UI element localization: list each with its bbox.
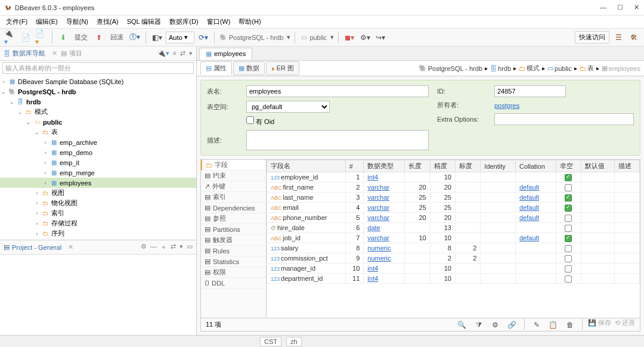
column-row[interactable]: 123department_id11int410 [267,274,640,284]
menu-file[interactable]: 文件(F) [2,16,31,27]
tx-log-button[interactable]: ◧▾ [150,31,163,44]
column-type-link[interactable]: int4 [367,174,378,181]
commit-mode-select[interactable]: Auto ▾ [166,32,194,44]
collapse-icon[interactable]: ≡ [173,49,177,57]
sidetab-statistics[interactable]: ▤Statistics [201,256,266,267]
copy-icon[interactable]: 📋 [547,318,560,331]
minimize-button[interactable]: — [600,4,606,11]
minus-icon[interactable]: — [150,243,157,252]
column-collation[interactable] [515,243,556,253]
schema-selector[interactable]: ▭public ▾ [299,33,334,42]
tree-node-hrdb[interactable]: ⌄🗄hrdb [0,97,196,107]
subtab-data[interactable]: ▦数据 [233,61,265,75]
column-notnull[interactable] [556,233,581,243]
menu-database[interactable]: 数据库(D) [166,16,202,27]
column-collation[interactable]: default [515,203,556,213]
tree-node-public[interactable]: ⌄▭public [0,117,196,127]
col-header-notnull[interactable]: 非空 [556,160,581,172]
column-row[interactable]: 123manager_id10int410 [267,264,640,274]
new-connection-button[interactable]: 🔌▾ [4,31,17,44]
tx-mode-button[interactable]: Ⓣ▾ [128,31,141,44]
column-row[interactable]: ABCphone_number5varchar2020default [267,213,640,223]
tree-node-indexes[interactable]: ›🗀索引 [0,208,196,218]
tree-node-table[interactable]: ›▦emp_it [0,157,196,168]
column-notnull[interactable] [556,264,581,274]
col-header-scale[interactable]: 标度 [455,160,480,172]
tree-node-table-selected[interactable]: ›▦employees [0,178,196,188]
tree-node-sample-db[interactable]: ›▦DBeaver Sample Database (SQLite) [0,76,196,86]
column-collation[interactable] [515,172,556,182]
column-row[interactable]: ABClast_name3varchar2525default [267,193,640,203]
link-icon[interactable]: 🔗 [506,318,519,331]
col-header-default[interactable]: 默认值 [581,160,614,172]
link-icon[interactable]: ⇄ [171,243,176,252]
column-collation[interactable]: default [515,233,556,243]
column-type-link[interactable]: int4 [367,275,378,282]
tree-node-table[interactable]: ›▦emp_demo [0,147,196,157]
col-header-name[interactable]: 字段名 [267,160,346,172]
config-icon[interactable]: ⚙ [489,318,502,331]
close-button[interactable]: ✕ [634,4,639,11]
filter-icon[interactable]: ⧩ [472,318,485,331]
sidetab-constraints[interactable]: ▤约束 [201,171,266,181]
column-row[interactable]: 123salary8numeric82 [267,243,640,253]
column-type-link[interactable]: varchar [367,194,389,201]
col-header-dtype[interactable]: 数据类型 [364,160,405,172]
column-type-link[interactable]: date [367,224,380,231]
col-header-identity[interactable]: Identity [481,160,516,172]
connection-selector[interactable]: 🐘PostgreSQL - hrdb ▾ [219,33,290,42]
tree-node-table[interactable]: ›▦emp_merge [0,168,196,178]
sidetab-indexes[interactable]: ▤索引 [201,192,266,203]
crumb-db[interactable]: 🗄hrdb [490,65,511,72]
subtab-properties[interactable]: ▤属性 [200,61,232,75]
more-button[interactable]: ↪▾ [374,31,387,44]
checkbox-has-oid[interactable]: 有 Oid [246,116,274,126]
column-type-link[interactable]: numeric [367,244,391,252]
column-notnull[interactable] [556,203,581,213]
tree-node-table[interactable]: ›▦emp_archive [0,137,196,147]
sidetab-references[interactable]: ▤参照 [201,213,266,224]
panel-menu-icon[interactable]: ▾ [179,243,183,252]
sidetab-dependencies[interactable]: ▤Dependencies [201,203,266,213]
col-header-desc[interactable]: 描述 [614,160,639,172]
input-extra-options[interactable] [494,113,634,125]
column-type-link[interactable]: varchar [367,184,389,191]
minimize-panel-icon[interactable]: ▭ [187,243,193,252]
tree-node-schemas[interactable]: ⌄🗀模式 [0,107,196,117]
sidetab-columns[interactable]: 🗀字段 [201,160,266,171]
sidetab-foreign-keys[interactable]: ↗外键 [201,181,266,192]
quick-access-input[interactable]: 快速访问 [575,31,609,44]
refresh-button[interactable]: ⟳▾ [197,31,210,44]
column-notnull[interactable] [556,172,581,182]
column-type-link[interactable]: varchar [367,234,389,241]
column-row[interactable]: ABCjob_id7varchar1010default [267,233,640,243]
column-collation[interactable] [515,223,556,233]
column-row[interactable]: 123employee_id1int410 [267,172,640,182]
search-icon[interactable]: 🔍 [456,318,469,331]
edit-icon[interactable]: ✎ [530,318,543,331]
column-row[interactable]: ABCemail4varchar2525default [267,203,640,213]
sidetab-permissions[interactable]: ▤权限 [201,267,266,278]
column-notnull[interactable] [556,182,581,193]
menu-help[interactable]: 帮助(H) [235,16,264,27]
menu-sql-editor[interactable]: SQL 编辑器 [123,16,165,27]
tab-projects[interactable]: ▤项目 [61,49,82,58]
new-sql-dropdown[interactable]: 📄▾ [35,31,48,44]
input-id[interactable] [494,85,566,97]
column-collation[interactable]: default [515,193,556,203]
tab-db-navigator[interactable]: 🗄数据库导航 ✕ [4,49,57,58]
revert-button[interactable]: ⟲ 还原 [615,318,635,331]
col-header-prec[interactable]: 精度 [430,160,455,172]
stop-button[interactable]: ◼▾ [343,31,356,44]
delete-icon[interactable]: 🗑 [564,318,577,331]
save-button[interactable]: 💾 保存 [588,318,611,331]
perspective-switch-button[interactable]: 🛠 [627,31,640,44]
column-notnull[interactable] [556,213,581,223]
tree-node-views[interactable]: ›🗀视图 [0,188,196,198]
col-header-idx[interactable]: # [345,160,364,172]
crumb-schema[interactable]: ▭public [547,64,572,72]
textarea-description[interactable] [246,130,429,150]
crumb-schema-folder[interactable]: 🗀模式 [519,64,540,73]
column-collation[interactable] [515,274,556,284]
gear-icon[interactable]: ⚙ [141,243,147,252]
